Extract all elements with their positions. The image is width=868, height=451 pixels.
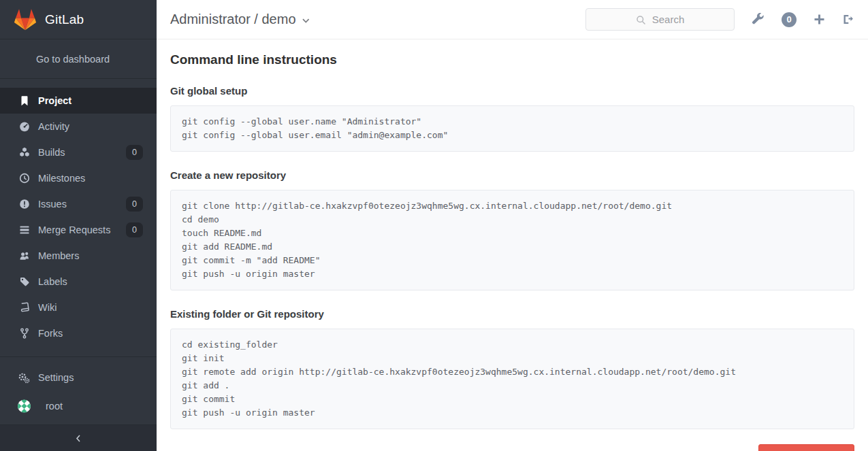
- gitlab-logo-icon: [14, 8, 37, 31]
- fork-icon: [18, 328, 31, 339]
- section-create-new-repository: Create a new repository git clone http:/…: [170, 169, 854, 290]
- go-to-dashboard-link[interactable]: Go to dashboard: [0, 39, 157, 79]
- sidebar-item-label: Builds: [38, 147, 65, 158]
- breadcrumb-title[interactable]: Administrator / demo: [170, 12, 310, 27]
- sidebar-item-settings[interactable]: Settings: [0, 365, 157, 390]
- sidebar-item-labels[interactable]: Labels: [0, 269, 157, 295]
- search-input[interactable]: Search: [585, 8, 735, 31]
- clock-icon: [18, 173, 31, 184]
- sidebar-item-profile[interactable]: root: [0, 390, 157, 422]
- book-icon: [18, 302, 31, 313]
- sidebar-item-milestones[interactable]: Milestones: [0, 165, 157, 191]
- cubes-icon: [18, 147, 31, 158]
- sidebar-item-label: Activity: [38, 121, 69, 132]
- username-label: root: [46, 401, 63, 412]
- sidebar-item-activity[interactable]: Activity: [0, 114, 157, 139]
- count-badge: 0: [126, 145, 143, 160]
- app-window: GitLab Go to dashboard Project Activity: [0, 0, 868, 451]
- sidebar-item-issues[interactable]: Issues 0: [0, 191, 157, 217]
- sidebar-item-label: Issues: [38, 199, 67, 210]
- topbar: Administrator / demo Search: [157, 0, 868, 39]
- search-placeholder: Search: [652, 14, 685, 25]
- main-area: Administrator / demo Search: [157, 0, 868, 451]
- breadcrumb-text: Administrator / demo: [170, 12, 296, 27]
- chevron-down-icon: [302, 18, 310, 23]
- sidebar-item-label: Forks: [38, 328, 63, 339]
- section-heading: Git global setup: [170, 85, 854, 97]
- sidebar-item-builds[interactable]: Builds 0: [0, 139, 157, 165]
- wrench-icon: [752, 13, 765, 26]
- code-block: git clone http://gitlab-ce.hxakzvpf0otez…: [170, 190, 854, 290]
- sidebar-item-label: Settings: [38, 372, 74, 383]
- sign-out-icon: [842, 14, 854, 25]
- sidebar-item-label: Milestones: [38, 173, 85, 184]
- bookmark-icon: [18, 95, 31, 106]
- code-block: git config --global user.name "Administr…: [170, 105, 854, 152]
- sidebar: GitLab Go to dashboard Project Activity: [0, 0, 157, 451]
- section-existing-folder: Existing folder or Git repository cd exi…: [170, 308, 854, 429]
- sidebar-item-members[interactable]: Members: [0, 243, 157, 269]
- sidebar-item-label: Labels: [38, 276, 67, 287]
- sidebar-nav: Project Activity Builds 0 Milestones: [0, 79, 157, 422]
- count-badge: 0: [126, 197, 143, 212]
- danger-actions: Remove project: [170, 444, 854, 451]
- sidebar-collapse-button[interactable]: [0, 424, 157, 451]
- count-badge: 0: [126, 222, 143, 237]
- section-heading: Create a new repository: [170, 169, 854, 181]
- chevron-left-icon: [76, 435, 81, 442]
- code-block: cd existing_folder git init git remote a…: [170, 329, 854, 429]
- content: Command line instructions Git global set…: [157, 39, 868, 451]
- avatar: [18, 396, 31, 416]
- todos-count: 0: [782, 12, 797, 27]
- sidebar-item-label: Members: [38, 250, 79, 261]
- plus-icon: [814, 14, 825, 25]
- sidebar-header[interactable]: GitLab: [0, 0, 157, 39]
- brand-name: GitLab: [45, 12, 84, 27]
- section-git-global-setup: Git global setup git config --global use…: [170, 85, 854, 152]
- users-icon: [18, 250, 31, 261]
- sidebar-item-label: Merge Requests: [38, 224, 110, 235]
- gear-icon: [18, 372, 31, 384]
- sidebar-item-label: Wiki: [38, 302, 57, 313]
- sidebar-item-wiki[interactable]: Wiki: [0, 295, 157, 320]
- new-project-button[interactable]: [814, 14, 825, 25]
- admin-area-button[interactable]: [752, 13, 765, 26]
- sidebar-item-label: Project: [38, 95, 71, 106]
- page-title: Command line instructions: [170, 52, 854, 67]
- section-heading: Existing folder or Git repository: [170, 308, 854, 320]
- tag-icon: [18, 276, 31, 287]
- sidebar-divider: [0, 356, 157, 357]
- sidebar-item-merge-requests[interactable]: Merge Requests 0: [0, 217, 157, 243]
- sidebar-item-project[interactable]: Project: [0, 88, 157, 114]
- dashboard-icon: [18, 121, 31, 132]
- sidebar-item-forks[interactable]: Forks: [0, 320, 157, 346]
- bars-icon: [18, 224, 31, 235]
- exclamation-icon: [18, 199, 31, 210]
- sign-out-button[interactable]: [842, 14, 854, 25]
- todos-count-badge[interactable]: 0: [782, 12, 797, 27]
- search-icon: [636, 15, 646, 25]
- remove-project-button[interactable]: Remove project: [758, 444, 854, 451]
- topbar-actions: Search 0: [585, 8, 854, 31]
